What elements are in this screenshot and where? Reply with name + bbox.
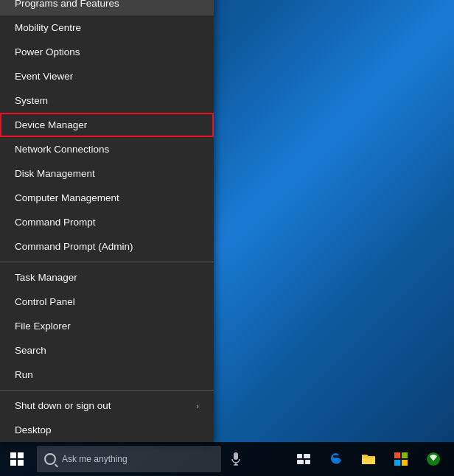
- menu-item-label: Programs and Features: [15, 0, 119, 9]
- menu-item-control-panel[interactable]: Control Panel: [0, 290, 214, 314]
- menu-item-command-prompt-admin[interactable]: Command Prompt (Admin): [0, 234, 214, 259]
- menu-item-label: Command Prompt: [15, 217, 96, 228]
- microphone-icon[interactable]: [227, 450, 245, 468]
- menu-item-label: Run: [15, 369, 33, 380]
- svg-rect-6: [305, 460, 310, 464]
- menu-item-label: Control Panel: [15, 296, 75, 307]
- svg-rect-9: [394, 460, 400, 466]
- svg-rect-10: [402, 460, 408, 466]
- menu-item-label: System: [15, 95, 48, 106]
- windows-logo-icon: [10, 452, 24, 466]
- menu-item-label: Event Viewer: [15, 71, 73, 82]
- menu-item-file-explorer[interactable]: File Explorer: [0, 314, 214, 338]
- desktop: Programs and FeaturesMobility CentrePowe…: [0, 0, 454, 476]
- svg-rect-5: [297, 460, 304, 464]
- xbox-button[interactable]: [419, 442, 448, 476]
- menu-item-search[interactable]: Search: [0, 338, 214, 363]
- menu-item-label: File Explorer: [15, 321, 71, 332]
- menu-item-desktop[interactable]: Desktop: [0, 418, 214, 442]
- menu-item-label: Desktop: [15, 424, 52, 435]
- taskbar-icons: [289, 442, 454, 476]
- menu-divider: [0, 262, 214, 262]
- menu-item-computer-management[interactable]: Computer Management: [0, 186, 214, 210]
- taskbar: Ask me anything: [0, 442, 454, 476]
- svg-rect-4: [304, 454, 310, 458]
- menu-item-label: Command Prompt (Admin): [15, 241, 133, 252]
- svg-rect-3: [297, 454, 302, 458]
- menu-item-label: Search: [15, 345, 46, 356]
- menu-item-mobility-centre[interactable]: Mobility Centre: [0, 15, 214, 40]
- menu-item-label: Shut down or sign out: [15, 400, 111, 411]
- search-placeholder: Ask me anything: [62, 454, 128, 464]
- start-button[interactable]: [0, 442, 34, 476]
- search-icon: [44, 453, 56, 465]
- menu-item-label: Power Options: [15, 46, 80, 57]
- menu-item-label: Disk Management: [15, 168, 95, 179]
- menu-item-label: Mobility Centre: [15, 22, 81, 33]
- svg-rect-8: [402, 452, 408, 458]
- menu-item-power-options[interactable]: Power Options: [0, 40, 214, 64]
- menu-item-label: Computer Management: [15, 192, 119, 203]
- menu-item-disk-management[interactable]: Disk Management: [0, 161, 214, 186]
- submenu-arrow-icon: ›: [196, 402, 199, 410]
- file-explorer-button[interactable]: [354, 442, 383, 476]
- menu-item-label: Device Manager: [15, 119, 87, 130]
- menu-item-system[interactable]: System: [0, 88, 214, 113]
- menu-item-event-viewer[interactable]: Event Viewer: [0, 64, 214, 88]
- search-bar[interactable]: Ask me anything: [37, 446, 221, 472]
- menu-divider: [0, 390, 214, 391]
- store-button[interactable]: [386, 442, 416, 476]
- menu-item-task-manager[interactable]: Task Manager: [0, 265, 214, 290]
- svg-rect-0: [234, 452, 238, 460]
- context-menu: Programs and FeaturesMobility CentrePowe…: [0, 0, 214, 442]
- task-view-button[interactable]: [289, 442, 318, 476]
- menu-item-programs-features[interactable]: Programs and Features: [0, 0, 214, 15]
- svg-rect-7: [394, 452, 400, 458]
- edge-browser-button[interactable]: [321, 442, 351, 476]
- menu-item-label: Task Manager: [15, 272, 77, 283]
- menu-item-run[interactable]: Run: [0, 363, 214, 387]
- menu-item-shut-down-sign-out[interactable]: Shut down or sign out›: [0, 393, 214, 418]
- menu-item-command-prompt[interactable]: Command Prompt: [0, 210, 214, 234]
- menu-item-network-connections[interactable]: Network Connections: [0, 137, 214, 161]
- menu-item-label: Network Connections: [15, 144, 109, 155]
- menu-item-device-manager[interactable]: Device Manager: [0, 113, 214, 137]
